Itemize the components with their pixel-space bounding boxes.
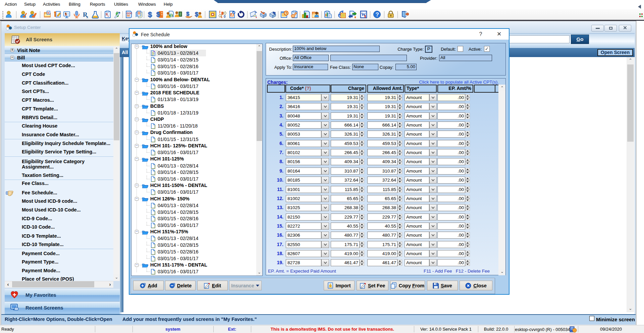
svg-text:DOC: DOC <box>127 12 132 15</box>
svg-text:$: $ <box>170 14 172 17</box>
svg-text:x: x <box>86 14 88 18</box>
svg-text:x: x <box>108 15 109 17</box>
svg-text:I: I <box>219 10 220 14</box>
svg-text:?: ? <box>376 11 379 18</box>
svg-text:E: E <box>48 11 50 14</box>
svg-text:0: 0 <box>224 15 226 18</box>
svg-text:$: $ <box>148 10 152 18</box>
svg-text:$: $ <box>156 11 160 18</box>
